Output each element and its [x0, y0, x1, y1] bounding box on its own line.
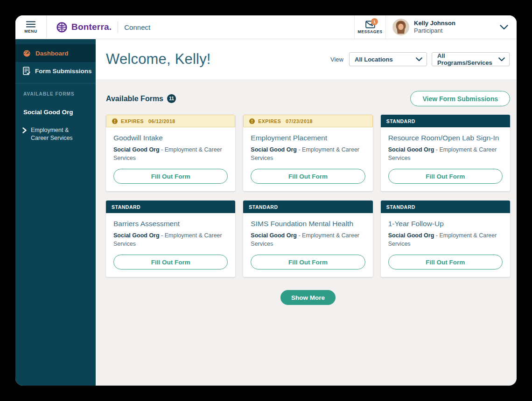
form-org-line: Social Good Org - Employment & Career Se… [113, 232, 228, 248]
form-org: Social Good Org [113, 232, 160, 239]
product-name: Connect [124, 23, 150, 31]
fill-out-form-button[interactable]: Fill Out Form [113, 169, 228, 184]
main-area: Welcome, Kelly! View All Locations All P… [96, 39, 517, 386]
form-card: EXPIRES 06/12/2018 Goodwill Intake Socia… [106, 115, 235, 191]
form-org: Social Good Org [388, 232, 434, 239]
card-badge-label: EXPIRES [258, 118, 281, 124]
available-forms-section-title: AVAILABLE FORMS [15, 83, 96, 97]
sidebar-item-form-submissions[interactable]: Form Submissions [15, 62, 96, 80]
user-menu[interactable]: Kelly Johnson Participant [386, 15, 517, 39]
sidebar: Dashboard Form Submissions AVAILABLE FOR… [15, 39, 96, 386]
forms-grid: EXPIRES 06/12/2018 Goodwill Intake Socia… [106, 115, 510, 277]
forms-header: Available Forms 11 View Form Submissions [106, 91, 510, 106]
card-expire-date: 07/23/2018 [286, 118, 313, 124]
fill-out-form-button[interactable]: Fill Out Form [251, 169, 365, 184]
sidebar-item-label: Form Submissions [35, 68, 92, 75]
view-controls: View All Locations All Programs/Services [330, 52, 510, 66]
form-org-line: Social Good Org - Employment & Career Se… [251, 146, 365, 162]
card-body: SIMS Foundation Mental Health Social Goo… [243, 213, 372, 277]
card-expire-date: 06/12/2018 [148, 118, 175, 124]
form-org-line: Social Good Org - Employment & Career Se… [251, 232, 365, 248]
form-org-line: Social Good Org - Employment & Career Se… [388, 232, 503, 248]
fill-out-form-button[interactable]: Fill Out Form [113, 255, 228, 270]
user-role: Participant [414, 27, 455, 35]
locations-select[interactable]: All Locations [349, 52, 427, 66]
bonterra-logo-icon [56, 21, 68, 33]
chevron-right-icon [22, 127, 27, 142]
form-card: STANDARD 1-Year Follow-Up Social Good Or… [381, 200, 510, 277]
fill-out-form-button[interactable]: Fill Out Form [388, 255, 503, 270]
alert-icon [112, 118, 118, 124]
card-standard-header: STANDARD [243, 200, 372, 213]
card-body: Barriers Assessment Social Good Org - Em… [106, 213, 235, 277]
programs-select-value: All Programs/Services [437, 52, 496, 66]
content-area: Available Forms 11 View Form Submissions… [96, 91, 517, 305]
form-card: STANDARD SIMS Foundation Mental Health S… [243, 200, 372, 277]
dashboard-gauge-icon [23, 49, 31, 57]
card-standard-header: STANDARD [381, 115, 510, 127]
programs-select[interactable]: All Programs/Services [432, 52, 510, 66]
form-card: STANDARD Barriers Assessment Social Good… [106, 200, 235, 277]
messages-label: MESSAGES [358, 29, 383, 34]
card-body: Resource Room/Open Lab Sign-In Social Go… [381, 127, 510, 191]
form-card: EXPIRES 07/23/2018 Employment Placement … [243, 115, 372, 191]
card-badge-label: STANDARD [386, 204, 415, 210]
brand-name: Bonterra. [71, 22, 112, 32]
sidebar-org-name: Social Good Org [15, 97, 96, 116]
card-badge-label: EXPIRES [121, 118, 144, 124]
form-org: Social Good Org [113, 146, 160, 153]
chevron-down-icon[interactable] [500, 25, 508, 30]
hamburger-icon [26, 21, 35, 28]
show-more-button[interactable]: Show More [280, 290, 336, 305]
brand: Bonterra. Connect [47, 15, 150, 39]
card-expires-header: EXPIRES 07/23/2018 [243, 115, 372, 127]
header-spacer [150, 15, 354, 39]
alert-icon [249, 118, 255, 124]
card-body: 1-Year Follow-Up Social Good Org - Emplo… [381, 213, 510, 277]
sidebar-item-label: Dashboard [35, 50, 69, 57]
user-names: Kelly Johnson Participant [414, 20, 455, 35]
form-title: Employment Placement [251, 134, 365, 142]
chevron-down-icon [416, 57, 422, 62]
card-badge-label: STANDARD [386, 118, 415, 124]
form-org: Social Good Org [388, 146, 434, 153]
card-body: Employment Placement Social Good Org - E… [243, 127, 372, 191]
sidebar-item-employment-career-services[interactable]: Employment & Career Services [15, 116, 96, 142]
form-title: Barriers Assessment [113, 220, 228, 228]
form-title: SIMS Foundation Mental Health [251, 220, 365, 228]
card-expires-header: EXPIRES 06/12/2018 [106, 115, 235, 127]
form-org-line: Social Good Org - Employment & Career Se… [113, 146, 228, 162]
top-header: MENU Bonterra. Connect 1 [15, 15, 517, 39]
user-name: Kelly Johnson [414, 20, 455, 27]
messages-button[interactable]: 1 MESSAGES [354, 15, 386, 39]
form-card: STANDARD Resource Room/Open Lab Sign-In … [381, 115, 510, 191]
card-standard-header: STANDARD [381, 200, 510, 213]
fill-out-form-button[interactable]: Fill Out Form [251, 255, 365, 270]
app-window: MENU Bonterra. Connect 1 [15, 15, 517, 386]
form-org: Social Good Org [251, 232, 297, 239]
brand-divider [118, 21, 118, 33]
card-standard-header: STANDARD [106, 200, 235, 213]
welcome-band: Welcome, Kelly! View All Locations All P… [96, 39, 517, 79]
form-org-line: Social Good Org - Employment & Career Se… [388, 146, 503, 162]
form-check-icon [23, 67, 30, 75]
card-badge-label: STANDARD [249, 204, 278, 210]
forms-count-badge: 11 [167, 94, 176, 103]
chevron-down-icon [498, 57, 505, 62]
card-body: Goodwill Intake Social Good Org - Employ… [106, 127, 235, 191]
menu-label: MENU [24, 29, 37, 34]
show-more-wrap: Show More [106, 290, 510, 305]
messages-count-badge: 1 [371, 18, 378, 25]
sidebar-program-label: Employment & Career Services [31, 126, 77, 142]
view-form-submissions-button[interactable]: View Form Submissions [410, 91, 510, 106]
avatar [392, 19, 409, 35]
locations-select-value: All Locations [355, 56, 393, 63]
sidebar-item-dashboard[interactable]: Dashboard [15, 44, 96, 62]
form-title: Resource Room/Open Lab Sign-In [388, 134, 503, 142]
form-title: 1-Year Follow-Up [388, 220, 503, 228]
menu-button[interactable]: MENU [15, 15, 47, 39]
available-forms-title: Available Forms [106, 95, 163, 103]
view-label: View [330, 56, 343, 63]
form-org: Social Good Org [251, 146, 297, 153]
fill-out-form-button[interactable]: Fill Out Form [388, 169, 503, 184]
